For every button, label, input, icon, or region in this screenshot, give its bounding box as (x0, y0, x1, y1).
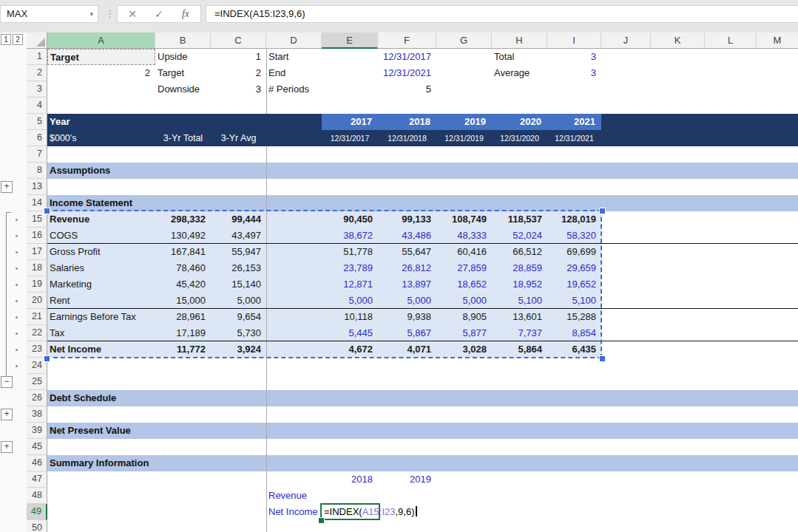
cell-E15[interactable]: 90,450 (322, 211, 373, 228)
cell-F20[interactable]: 5,000 (378, 293, 431, 309)
cancel-icon[interactable]: ✕ (119, 6, 146, 22)
cell-F47[interactable]: 2019 (378, 471, 431, 488)
cell-F3[interactable]: 5 (378, 81, 431, 98)
row-header-7[interactable]: 7 (27, 146, 47, 163)
row-header-50[interactable]: 50 (27, 520, 47, 532)
cell-F23[interactable]: 4,071 (378, 341, 431, 358)
cell-H1[interactable]: Total (492, 49, 547, 65)
outline-level-1-button[interactable]: 1 (1, 34, 11, 45)
cell-I2[interactable]: 3 (547, 65, 596, 81)
cell-G16[interactable]: 48,333 (436, 228, 487, 244)
column-header-H[interactable]: H (492, 33, 547, 49)
section-band-income-statement[interactable]: Income Statement (47, 195, 798, 211)
select-all-corner[interactable] (27, 33, 47, 49)
marquee-handle-bottom-right[interactable] (599, 355, 606, 362)
row-header-39[interactable]: 39 (27, 423, 47, 439)
cell-F5[interactable]: 2018 (378, 114, 430, 130)
cell-F1[interactable]: 12/31/2017 (378, 49, 431, 65)
cell-A18[interactable]: Salaries (50, 260, 155, 276)
cell-E18[interactable]: 23,789 (322, 260, 373, 276)
row-header-4[interactable]: 4 (27, 98, 47, 114)
column-header-I[interactable]: I (547, 33, 601, 49)
cell-A16[interactable]: COGS (50, 228, 155, 244)
cell-H2[interactable]: Average (492, 65, 547, 81)
row-header-48[interactable]: 48 (27, 488, 47, 504)
cell-A6[interactable]: $000's (50, 130, 76, 146)
cell-I1[interactable]: 3 (547, 49, 596, 65)
row-header-25[interactable]: 25 (27, 374, 47, 390)
confirm-icon[interactable]: ✓ (146, 6, 172, 22)
outline-expand-button-row-45[interactable]: + (1, 441, 13, 453)
cell-I21[interactable]: 15,288 (547, 309, 596, 325)
cell-D49[interactable]: Net Income (266, 504, 322, 520)
row-header-5[interactable]: 5 (27, 114, 47, 130)
cell-E5[interactable]: 2017 (322, 114, 372, 130)
cell-B2[interactable]: Target (155, 65, 211, 81)
cell-D3[interactable]: # Periods (266, 81, 322, 98)
cell-C19[interactable]: 15,140 (211, 276, 261, 293)
cell-F19[interactable]: 13,897 (378, 276, 431, 293)
cell-H22[interactable]: 7,737 (492, 325, 542, 341)
section-band-assumptions[interactable]: Assumptions (47, 163, 798, 179)
cell-G19[interactable]: 18,652 (436, 276, 487, 293)
cell-I5[interactable]: 2021 (547, 114, 595, 130)
row-header-45[interactable]: 45 (27, 439, 47, 455)
cell-I23[interactable]: 6,435 (547, 341, 596, 358)
cell-E20[interactable]: 5,000 (322, 293, 373, 309)
cell-C22[interactable]: 5,730 (211, 325, 261, 341)
marquee-handle-bottom-left[interactable] (44, 355, 50, 362)
cell-A5[interactable]: Year (50, 114, 70, 130)
column-header-B[interactable]: B (155, 33, 211, 49)
cell-E22[interactable]: 5,445 (322, 325, 373, 341)
cell-F22[interactable]: 5,867 (378, 325, 431, 341)
cell-G15[interactable]: 108,749 (436, 211, 487, 228)
cell-B23[interactable]: 11,772 (155, 341, 206, 358)
cell-C6[interactable]: 3-Yr Avg (211, 130, 266, 146)
cell-A17[interactable]: Gross Profit (50, 244, 155, 260)
row-header-13[interactable]: 13 (27, 179, 47, 195)
cell-F15[interactable]: 99,133 (378, 211, 431, 228)
cell-A19[interactable]: Marketing (50, 276, 155, 293)
name-box-dropdown-icon[interactable]: ▾ (89, 6, 93, 22)
cell-H21[interactable]: 13,601 (492, 309, 542, 325)
cell-A1[interactable]: Target (47, 49, 155, 65)
cell-B6[interactable]: 3-Yr Total (155, 130, 211, 146)
marquee-handle-top-left[interactable] (44, 208, 50, 214)
cell-H17[interactable]: 66,512 (492, 244, 542, 260)
section-band-summary-information[interactable]: Summary Information (47, 455, 798, 471)
marquee-handle-top-right[interactable] (599, 208, 606, 214)
cell-C23[interactable]: 3,924 (211, 341, 261, 358)
row-header-6[interactable]: 6 (27, 130, 47, 146)
active-cell-editor[interactable]: =INDEX(A15:I23,9,6) (320, 503, 380, 520)
cell-C17[interactable]: 55,947 (211, 244, 261, 260)
row-header-49[interactable]: 49 (27, 504, 47, 520)
cell-B18[interactable]: 78,460 (155, 260, 206, 276)
cell-I6[interactable]: 12/31/2021 (547, 130, 601, 146)
cell-C3[interactable]: 3 (211, 81, 261, 98)
column-header-J[interactable]: J (601, 33, 651, 49)
column-header-D[interactable]: D (266, 33, 322, 49)
cell-B3[interactable]: Downside (155, 81, 211, 98)
cell-B15[interactable]: 298,332 (155, 211, 206, 228)
cell-E47[interactable]: 2018 (322, 471, 373, 488)
name-box[interactable]: MAX ▾ (0, 5, 98, 23)
cell-G21[interactable]: 8,905 (436, 309, 487, 325)
column-header-G[interactable]: G (436, 33, 492, 49)
cell-H5[interactable]: 2020 (492, 114, 541, 130)
cell-G17[interactable]: 60,416 (436, 244, 487, 260)
cell-C18[interactable]: 26,153 (211, 260, 261, 276)
cell-B17[interactable]: 167,841 (155, 244, 206, 260)
insert-function-icon[interactable]: fx (172, 6, 199, 22)
cell-A21[interactable]: Earnings Before Tax (50, 309, 155, 325)
formula-input[interactable]: =INDEX(A15:I23,9,6) (206, 5, 798, 23)
cell-E21[interactable]: 10,118 (322, 309, 373, 325)
cell-I15[interactable]: 128,019 (547, 211, 596, 228)
cell-I18[interactable]: 29,659 (547, 260, 596, 276)
row-header-47[interactable]: 47 (27, 471, 47, 488)
row-header-26[interactable]: 26 (27, 390, 47, 406)
cell-C2[interactable]: 2 (211, 65, 261, 81)
row-header-21[interactable]: 21 (27, 309, 47, 325)
cell-I16[interactable]: 58,320 (547, 228, 596, 244)
row-header-8[interactable]: 8 (27, 163, 47, 179)
cell-H16[interactable]: 52,024 (492, 228, 542, 244)
